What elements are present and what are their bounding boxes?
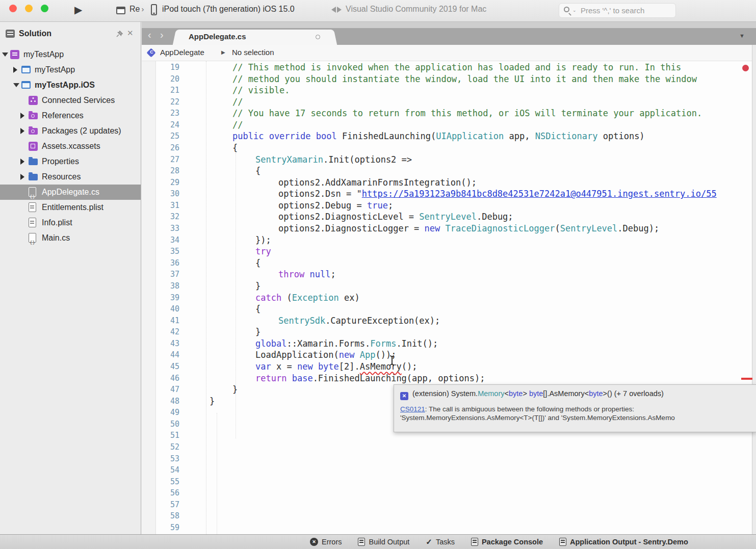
line-number[interactable]: 43 — [142, 338, 179, 350]
close-window-button[interactable] — [9, 5, 17, 12]
line-number[interactable]: 26 — [142, 142, 179, 154]
code-line-30[interactable]: 30options2.Dsn = "https://5a193123a9b841… — [142, 188, 752, 200]
code-line-42[interactable]: 42} — [142, 326, 752, 338]
code-line-46[interactable]: 46return base.FinishedLaunching(app, opt… — [142, 373, 752, 384]
code-line-37[interactable]: 37throw null; — [142, 269, 752, 280]
line-number[interactable]: 59 — [142, 522, 179, 534]
global-search-field[interactable]: ⌄ Press '^,' to search — [559, 3, 676, 18]
line-number[interactable]: 20 — [142, 73, 179, 85]
line-number[interactable]: 21 — [142, 85, 179, 96]
code-line-23[interactable]: 23// You have 17 seconds to return from … — [142, 108, 752, 119]
line-number[interactable]: 23 — [142, 108, 179, 119]
line-number[interactable]: 27 — [142, 154, 179, 166]
tree-item-packages-2-updates-[interactable]: Packages (2 updates) — [0, 123, 141, 139]
expand-arrow-icon[interactable] — [20, 159, 24, 165]
tab-appdelegate[interactable]: AppDelegate.cs — [178, 30, 331, 45]
pin-icon[interactable] — [116, 30, 123, 40]
line-number[interactable]: 52 — [142, 441, 179, 453]
error-code-link[interactable]: CS0121 — [400, 405, 425, 413]
line-number[interactable]: 37 — [142, 269, 179, 280]
code-line-28[interactable]: 28{ — [142, 165, 752, 177]
code-line-44[interactable]: 44LoadApplication(new App()); — [142, 349, 752, 361]
code-line-33[interactable]: 33options2.DiagnosticLogger = new TraceD… — [142, 223, 752, 234]
close-pad-icon[interactable]: ✕ — [127, 29, 134, 38]
tree-item-resources[interactable]: Resources — [0, 169, 141, 185]
code-line-41[interactable]: 41SentrySdk.CaptureException(ex); — [142, 315, 752, 327]
navigate-forward-button[interactable]: › — [160, 29, 164, 41]
line-number[interactable]: 34 — [142, 234, 179, 246]
code-line-57[interactable]: 57 — [142, 499, 752, 511]
code-line-53[interactable]: 53 — [142, 453, 752, 465]
line-number[interactable]: 41 — [142, 315, 179, 327]
dsn-link[interactable]: https://5a193123a9b841bc8d8e42531e7242a1… — [362, 189, 717, 199]
line-number[interactable]: 51 — [142, 430, 179, 441]
code-line-34[interactable]: 34}); — [142, 234, 752, 246]
line-number[interactable]: 33 — [142, 223, 179, 234]
search-scope-chevron-icon[interactable]: ⌄ — [572, 8, 577, 13]
code-line-21[interactable]: 21// visible. — [142, 85, 752, 96]
line-number[interactable]: 32 — [142, 211, 179, 223]
run-button[interactable]: ▶ — [74, 4, 82, 16]
expand-arrow-icon[interactable] — [20, 113, 24, 119]
tree-item-connected-services[interactable]: Connected Services — [0, 93, 141, 108]
code-line-56[interactable]: 56 — [142, 487, 752, 499]
line-number[interactable]: 22 — [142, 96, 179, 108]
line-number[interactable]: 30 — [142, 188, 179, 200]
line-number[interactable]: 46 — [142, 373, 179, 384]
pad-toggle-build-output[interactable]: Build Output — [358, 538, 409, 546]
expand-arrow-icon[interactable] — [13, 67, 17, 73]
code-line-45[interactable]: 45var x = new byte[2].AsMemory(); — [142, 361, 752, 373]
tree-item-main-cs[interactable]: Main.cs — [0, 230, 141, 246]
line-number[interactable]: 24 — [142, 119, 179, 131]
line-number[interactable]: 49 — [142, 407, 179, 419]
line-number[interactable]: 31 — [142, 200, 179, 212]
vertical-scrollbar[interactable] — [752, 45, 756, 534]
line-number[interactable]: 44 — [142, 349, 179, 361]
code-line-52[interactable]: 52 — [142, 441, 752, 453]
expand-arrow-icon[interactable] — [20, 174, 24, 180]
code-line-29[interactable]: 29options2.AddXamarinFormsIntegration(); — [142, 177, 752, 189]
pad-toggle-application-output-sentry-demo[interactable]: Application Output - Sentry.Demo — [559, 538, 688, 546]
pad-toggle-errors[interactable]: Errors — [310, 538, 342, 546]
line-number[interactable]: 29 — [142, 177, 179, 189]
code-line-36[interactable]: 36{ — [142, 257, 752, 269]
breadcrumb-type[interactable]: AppDelegate — [160, 48, 204, 57]
code-line-39[interactable]: 39catch (Exception ex) — [142, 292, 752, 304]
code-line-31[interactable]: 31options2.Debug = true; — [142, 200, 752, 212]
code-line-38[interactable]: 38} — [142, 280, 752, 292]
line-number[interactable]: 19 — [142, 62, 179, 73]
minimize-window-button[interactable] — [25, 5, 33, 12]
code-line-27[interactable]: 27SentryXamarin.Init(options2 => — [142, 154, 752, 166]
line-number[interactable]: 48 — [142, 396, 179, 407]
line-number[interactable]: 38 — [142, 280, 179, 292]
line-number[interactable]: 45 — [142, 361, 179, 373]
line-number[interactable]: 55 — [142, 476, 179, 488]
tree-item-references[interactable]: References — [0, 108, 141, 123]
breadcrumb-selection[interactable]: No selection — [232, 48, 274, 57]
code-editor[interactable]: 19// This method is invoked when the app… — [142, 61, 752, 534]
line-number[interactable]: 25 — [142, 130, 179, 142]
code-line-59[interactable]: 59 — [142, 522, 752, 534]
code-line-35[interactable]: 35try — [142, 246, 752, 257]
collapse-arrow-icon[interactable] — [2, 53, 8, 57]
code-line-22[interactable]: 22// — [142, 96, 752, 108]
line-number[interactable]: 53 — [142, 453, 179, 465]
line-number[interactable]: 36 — [142, 257, 179, 269]
line-number[interactable]: 35 — [142, 246, 179, 257]
device-selector[interactable]: iPod touch (7th generation) iOS 15.0 — [162, 5, 295, 14]
tree-item-assets-xcassets[interactable]: Assets.xcassets — [0, 139, 141, 154]
line-number[interactable]: 50 — [142, 419, 179, 430]
collapse-arrow-icon[interactable] — [13, 83, 19, 87]
code-line-43[interactable]: 43global::Xamarin.Forms.Forms.Init(); — [142, 338, 752, 350]
code-line-55[interactable]: 55 — [142, 476, 752, 488]
line-number[interactable]: 42 — [142, 326, 179, 338]
code-line-26[interactable]: 26{ — [142, 142, 752, 154]
tree-item-mytestapp[interactable]: myTestApp — [0, 47, 141, 62]
code-line-24[interactable]: 24// — [142, 119, 752, 131]
navigate-back-button[interactable]: ‹ — [148, 29, 151, 41]
line-number[interactable]: 39 — [142, 292, 179, 304]
line-number[interactable]: 56 — [142, 487, 179, 499]
expand-arrow-icon[interactable] — [20, 128, 24, 134]
tree-item-appdelegate-cs[interactable]: AppDelegate.cs — [0, 185, 141, 200]
line-number[interactable]: 28 — [142, 165, 179, 177]
